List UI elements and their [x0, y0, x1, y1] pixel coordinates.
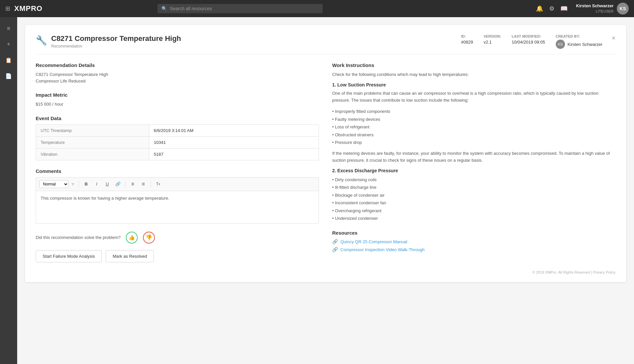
- user-profile[interactable]: Kirsten Schwarzer LITEUSER KS: [576, 3, 629, 15]
- format-select[interactable]: Normal Heading 1 Heading 2: [39, 180, 69, 188]
- top-navigation: ⊞ XMPRO 🔍 🔔 ⚙ 📖 Kirsten Schwarzer LITEUS…: [0, 0, 634, 17]
- yes-button[interactable]: 👍: [126, 232, 138, 244]
- search-icon: 🔍: [161, 6, 167, 11]
- list-item: • Undersized condenser: [332, 215, 616, 222]
- resource-link[interactable]: 🔗Quincy QR 25 Compressor Manual: [332, 239, 616, 244]
- rec-line2: Compressor Life Reduced: [36, 78, 319, 84]
- comments-section: Comments Normal Heading 1 Heading 2 ▼ B …: [36, 168, 319, 224]
- comments-body[interactable]: This compressor is known for having a hi…: [36, 191, 319, 224]
- rec-details-title: Recommendation Details: [36, 62, 319, 68]
- row-value: 6/6/2019 3:14:01 AM: [149, 124, 319, 136]
- wrench-icon: 🔧: [36, 35, 47, 46]
- resources-links: 🔗Quincy QR 25 Compressor Manual🔗Compress…: [332, 239, 616, 252]
- resource-link-text: Compressor Inspection Video Walk-Through: [340, 247, 425, 252]
- user-name: Kirsten Schwarzer: [576, 3, 614, 9]
- toolbar-divider-2: [125, 181, 125, 187]
- two-col-layout: Recommendation Details C8271 Compressor …: [36, 62, 616, 262]
- footer: © 2019 XMPro. All Rights Reserved | Priv…: [36, 270, 616, 274]
- work-instructions-intro: Check for the following conditions which…: [332, 71, 616, 78]
- list-item: • Faulty metering devices: [332, 116, 616, 123]
- card-meta: ID: #0829 Version: v2.1 Last Modified: 1…: [461, 34, 602, 49]
- app-logo: XMPRO: [14, 4, 43, 13]
- solve-question-section: Did this recommendation solve the proble…: [36, 232, 319, 244]
- author-avatar: KS: [556, 40, 565, 49]
- resources-section: Resources 🔗Quincy QR 25 Compressor Manua…: [332, 230, 616, 252]
- toolbar-divider-3: [151, 181, 151, 187]
- sidebar-item-clipboard[interactable]: 📄: [1, 69, 16, 83]
- footer-text: © 2019 XMPro. All Rights Reserved | Priv…: [532, 270, 616, 274]
- ordered-list-button[interactable]: ≡: [128, 180, 137, 189]
- list-item: • Overcharging refrigerant: [332, 207, 616, 215]
- work-instructions-title: Work Instructions: [332, 62, 616, 68]
- bell-icon[interactable]: 🔔: [536, 5, 543, 12]
- sidebar: ≡ + 📋 📄: [0, 17, 17, 364]
- no-button[interactable]: 👎: [143, 232, 155, 244]
- wi-section-heading: 1. Low Suction Pressure: [332, 82, 616, 87]
- row-label: Vibration: [36, 148, 149, 160]
- row-label: UTC Timestamp: [36, 124, 149, 136]
- table-row: UTC Timestamp6/6/2019 3:14:01 AM: [36, 124, 319, 136]
- list-item: • Pressure drop: [332, 139, 616, 146]
- gear-icon[interactable]: ⚙: [549, 5, 554, 12]
- wi-section-body: One of the main problems that can cause …: [332, 90, 616, 104]
- table-row: Temperature10341: [36, 136, 319, 148]
- resource-link-text: Quincy QR 25 Compressor Manual: [340, 239, 407, 244]
- bold-button[interactable]: B: [82, 180, 91, 189]
- list-item: • Improperly fitted components: [332, 108, 616, 115]
- impact-metric-value: $15 000 / hour: [36, 101, 319, 108]
- start-fma-button[interactable]: Start Failure Mode Analysis: [36, 250, 102, 262]
- link-button[interactable]: 🔗: [113, 180, 123, 189]
- action-buttons: Start Failure Mode Analysis Mark as Reso…: [36, 250, 319, 262]
- impact-metric-title: Impact Metric: [36, 92, 319, 98]
- unordered-list-button[interactable]: ≡: [139, 180, 148, 189]
- sidebar-item-add[interactable]: +: [1, 37, 16, 51]
- card-header: 🔧 C8271 Compressor Temperature High Reco…: [36, 34, 616, 54]
- grid-icon[interactable]: ⊞: [5, 5, 10, 12]
- row-value: 10341: [149, 136, 319, 148]
- book-icon[interactable]: 📖: [560, 5, 568, 12]
- meta-id: ID: #0829: [461, 34, 473, 45]
- list-item: • Dirty condensing coils: [332, 176, 616, 183]
- clear-format-button[interactable]: Tx: [154, 180, 163, 189]
- work-instructions-section: Work Instructions Check for the followin…: [332, 62, 616, 222]
- wi-section-list: • Dirty condensing coils• Ill-fitted dis…: [332, 176, 616, 222]
- link-icon: 🔗: [332, 239, 338, 244]
- list-item: • Obstructed strainers: [332, 131, 616, 139]
- list-item: • Ill-fitted discharge line: [332, 183, 616, 191]
- search-input[interactable]: [170, 6, 319, 11]
- list-item: • Inconsistent condenser fan: [332, 199, 616, 207]
- event-data-table: UTC Timestamp6/6/2019 3:14:01 AMTemperat…: [36, 124, 319, 160]
- card-title-block: C8271 Compressor Temperature High Recomm…: [51, 34, 181, 49]
- resource-link[interactable]: 🔗Compressor Inspection Video Walk-Throug…: [332, 247, 616, 252]
- italic-button[interactable]: I: [92, 180, 101, 189]
- meta-last-modified: Last Modified: 10/04/2019 09:05: [512, 34, 545, 45]
- close-button[interactable]: ×: [612, 34, 616, 42]
- card-subtitle: Recommendation: [51, 44, 181, 49]
- work-instructions-body: 1. Low Suction PressureOne of the main p…: [332, 82, 616, 222]
- list-item: • Blockage of condenser air: [332, 191, 616, 199]
- toolbar-divider-1: [79, 181, 79, 187]
- table-row: Vibration5187: [36, 148, 319, 160]
- solve-label: Did this recommendation solve the proble…: [36, 235, 121, 240]
- card-title-area: 🔧 C8271 Compressor Temperature High Reco…: [36, 34, 181, 49]
- search-bar[interactable]: 🔍: [158, 4, 323, 13]
- sidebar-item-menu[interactable]: ≡: [1, 21, 16, 36]
- meta-version: Version: v2.1: [483, 34, 501, 45]
- recommendation-card: 🔧 C8271 Compressor Temperature High Reco…: [25, 25, 626, 282]
- wi-section-list: • Improperly fitted components• Faulty m…: [332, 108, 616, 146]
- underline-button[interactable]: U: [103, 180, 112, 189]
- event-data-section: Event Data UTC Timestamp6/6/2019 3:14:01…: [36, 116, 319, 160]
- meta-created-by: Created by: KS Kirsten Schwarzer: [556, 34, 602, 49]
- main-content: 🔧 C8271 Compressor Temperature High Reco…: [17, 17, 634, 364]
- nav-icons: 🔔 ⚙ 📖 Kirsten Schwarzer LITEUSER KS: [536, 3, 629, 15]
- comments-toolbar: Normal Heading 1 Heading 2 ▼ B I U 🔗 ≡ ≡: [36, 177, 319, 191]
- recommendation-details-section: Recommendation Details C8271 Compressor …: [36, 62, 319, 84]
- impact-metric-section: Impact Metric $15 000 / hour: [36, 92, 319, 108]
- mark-resolved-button[interactable]: Mark as Resolved: [106, 250, 154, 262]
- sidebar-item-list[interactable]: 📋: [1, 53, 16, 67]
- avatar: KS: [617, 3, 629, 15]
- comments-title: Comments: [36, 168, 319, 174]
- card-title: C8271 Compressor Temperature High: [51, 34, 181, 43]
- wi-section: 2. Excess Discharge Pressure• Dirty cond…: [332, 168, 616, 222]
- right-column: Work Instructions Check for the followin…: [332, 62, 616, 262]
